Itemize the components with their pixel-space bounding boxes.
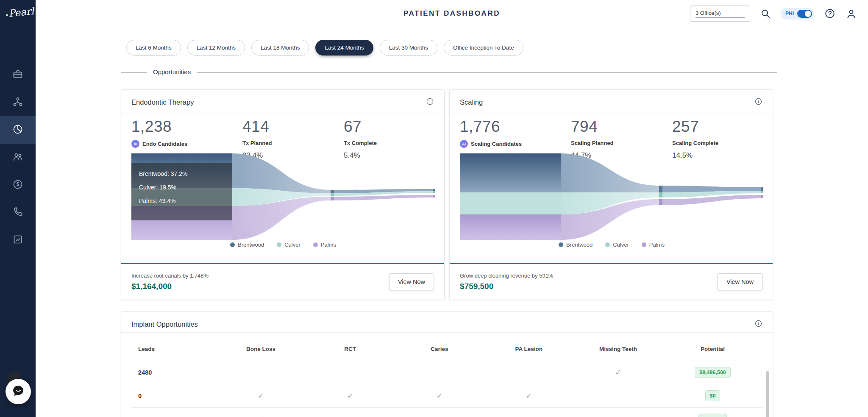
view-now-button[interactable]: View Now — [718, 273, 762, 290]
stat-value: 1,776 — [460, 118, 522, 136]
filter-chip-last-12-months[interactable]: Last 12 Months — [187, 40, 245, 56]
culver-dot-icon — [605, 242, 610, 247]
sidebar-item-reports[interactable] — [0, 226, 36, 254]
legend-item-palms: Palms — [642, 242, 665, 248]
table-row[interactable]: 2480 ✓ $8,496,500 — [131, 361, 762, 384]
potential-badge: $8,496,500 — [695, 367, 731, 378]
toggle-switch-icon — [797, 10, 812, 18]
tooltip-line: Brentwood: 37.2% — [139, 170, 232, 177]
stat-label: Scaling Complete — [672, 140, 718, 146]
view-now-button[interactable]: View Now — [389, 273, 434, 290]
user-icon — [846, 8, 857, 19]
table-scrollbar[interactable] — [766, 371, 769, 417]
sankey-svg — [460, 150, 763, 240]
sidebar-item-calls[interactable] — [0, 199, 36, 226]
logo-text: Pearl — [8, 6, 35, 19]
opportunity-message: Grow deep cleaning revenue by 591% — [460, 272, 553, 279]
endodontic-therapy-card: Endodontic Therapy 1,238 AI Endo Candida… — [121, 89, 445, 300]
people-icon — [12, 151, 23, 164]
help-icon — [824, 8, 835, 19]
implant-table: Leads Bone Loss RCT Caries PA Lesion Mis… — [131, 337, 762, 417]
tooltip-line: Culver: 19.5% — [139, 184, 232, 191]
logo-dot-icon — [6, 14, 8, 16]
ai-badge-icon: AI — [131, 140, 139, 148]
sidebar-item-patient-dashboard[interactable] — [0, 116, 36, 144]
brentwood-dot-icon — [559, 242, 563, 247]
table-row[interactable]: 0 ✓ ✓ ✓ ✓ $0 — [131, 384, 762, 408]
stat-label: Scaling Planned — [571, 140, 613, 146]
legend-item-culver: Culver — [277, 242, 300, 248]
opportunity-cards-row: Endodontic Therapy 1,238 AI Endo Candida… — [121, 89, 777, 300]
column-header-pa-lesion: PA Lesion — [484, 346, 573, 352]
organization-icon — [12, 96, 23, 109]
briefcase-icon — [12, 69, 23, 81]
search-icon — [760, 8, 771, 19]
pie-chart-icon — [12, 124, 23, 136]
chat-launcher-group — [6, 372, 39, 411]
filter-chip-last-18-months[interactable]: Last 18 Months — [251, 40, 309, 56]
stat-value: 414 — [242, 118, 272, 136]
info-icon[interactable] — [426, 97, 434, 107]
stat-candidates: 1,238 AI Endo Candidates — [131, 118, 187, 148]
info-icon[interactable] — [754, 320, 762, 329]
pa-lesion-check: ✓ — [484, 391, 573, 400]
potential-badge: $75,372 — [698, 414, 727, 417]
opportunity-amount: $759,500 — [460, 282, 553, 291]
legend-item-brentwood: Brentwood — [559, 242, 593, 248]
card-footer: Increase root canals by 1,748% $1,164,00… — [121, 264, 444, 300]
search-button[interactable] — [760, 8, 771, 19]
column-header-potential: Potential — [663, 346, 762, 352]
card-title: Scaling — [460, 98, 483, 106]
column-header-rct: RCT — [306, 346, 395, 352]
date-range-filters: Last 6 Months Last 12 Months Last 18 Mon… — [126, 40, 777, 56]
filter-chip-last-24-months[interactable]: Last 24 Months — [315, 40, 373, 56]
ai-badge-icon: AI — [460, 140, 468, 148]
leads-cell: 0 — [131, 392, 216, 399]
brentwood-dot-icon — [230, 242, 235, 247]
stat-value: 67 — [344, 118, 377, 136]
scaling-sankey-chart — [460, 150, 763, 240]
leads-cell: 2480 — [131, 369, 216, 376]
implant-opportunities-card: Implant Opportunities Leads Bone Loss RC… — [121, 311, 773, 417]
palms-dot-icon — [313, 242, 318, 247]
phi-toggle[interactable]: PHI — [781, 8, 814, 19]
opportunities-divider: Opportunities — [121, 72, 777, 73]
sidebar: Pearl $ — [0, 0, 36, 417]
filter-chip-last-6-months[interactable]: Last 6 Months — [126, 40, 181, 56]
reports-icon — [12, 234, 23, 247]
sidebar-item-revenue[interactable]: $ — [0, 171, 36, 199]
stat-label: Tx Planned — [242, 140, 272, 146]
stat-value: 1,238 — [131, 118, 187, 136]
office-selector[interactable]: 3 Office(s) — [690, 6, 750, 22]
card-title: Implant Opportunities — [131, 320, 198, 328]
brand-logo: Pearl — [6, 5, 36, 19]
sidebar-item-patients[interactable] — [0, 144, 36, 171]
sidebar-item-organization[interactable] — [0, 89, 36, 116]
chat-launcher-button[interactable] — [6, 379, 31, 404]
chart-legend: Brentwood Culver Palms — [131, 242, 435, 248]
stat-value: 257 — [672, 118, 718, 136]
filter-chip-last-30-months[interactable]: Last 30 Months — [380, 40, 437, 56]
potential-cell: $8,496,500 — [663, 367, 762, 378]
potential-cell: $0 — [663, 390, 762, 401]
legend-item-brentwood: Brentwood — [230, 242, 264, 248]
column-header-leads: Leads — [131, 346, 216, 352]
user-menu-button[interactable] — [846, 8, 857, 19]
filter-chip-office-inception[interactable]: Office Inception To Date — [444, 40, 523, 56]
stat-candidates: 1,776 AI Scaling Candidates — [460, 118, 522, 148]
potential-badge: $0 — [705, 390, 721, 401]
legend-item-palms: Palms — [313, 242, 336, 248]
table-row[interactable]: 22 ✓ ✓ ✓ ✓ $75,372 — [131, 408, 762, 417]
legend-item-culver: Culver — [605, 242, 629, 248]
sankey-hover-tooltip: Brentwood: 37.2% Culver: 19.5% Palms: 43… — [131, 163, 232, 220]
bone-loss-check: ✓ — [216, 414, 306, 417]
info-icon[interactable] — [754, 97, 762, 107]
caries-check: ✓ — [395, 391, 484, 400]
table-header-row: Leads Bone Loss RCT Caries PA Lesion Mis… — [131, 337, 762, 361]
sidebar-item-offices[interactable] — [0, 61, 36, 89]
svg-text:$: $ — [17, 181, 19, 187]
opportunity-amount: $1,164,000 — [131, 282, 209, 291]
chat-bubble-icon — [12, 384, 25, 399]
top-header: PATIENT DASHBOARD 3 Office(s) PHI — [36, 0, 868, 27]
help-button[interactable] — [824, 8, 835, 19]
